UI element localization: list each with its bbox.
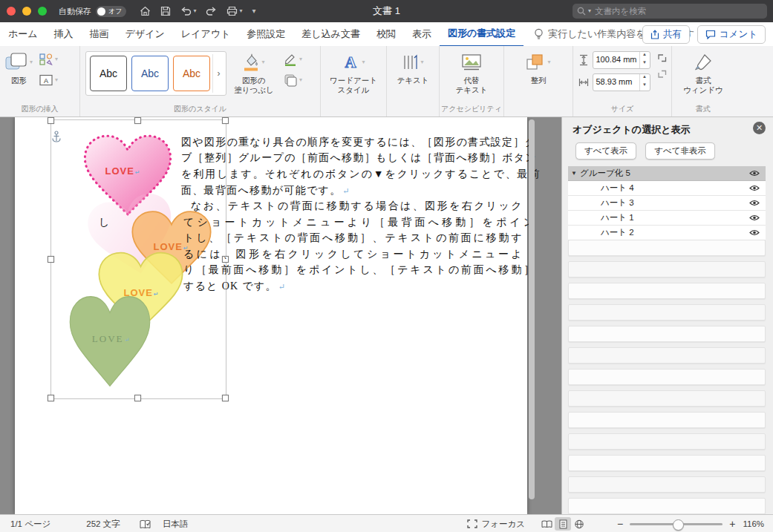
web-layout-button[interactable] <box>571 517 587 531</box>
shape-effects-button[interactable]: ▾ <box>281 72 304 88</box>
share-button[interactable]: 共有 <box>642 25 690 44</box>
zoom-out-button[interactable]: − <box>617 518 623 530</box>
tab-review[interactable]: 校閲 <box>368 23 404 46</box>
shape-width-input[interactable]: 58.93 mm ▲▼ <box>593 73 650 91</box>
tab-draw[interactable]: 描画 <box>82 23 117 46</box>
print-layout-button[interactable] <box>555 517 571 531</box>
empty-row <box>568 304 766 321</box>
read-mode-button[interactable] <box>538 517 555 531</box>
gallery-more-button[interactable]: › <box>212 54 224 93</box>
shape-outline-button[interactable]: ▾ <box>281 51 304 68</box>
object-row-group[interactable]: ▼ グループ化 5 <box>568 166 766 181</box>
tab-shape-format[interactable]: 図形の書式設定 <box>440 22 524 47</box>
toolbar-options-chevron[interactable]: ▾ <box>252 7 255 15</box>
ribbon: ▾ 図形 ▾ A ▾ 図形の挿入 <box>0 46 773 117</box>
empty-row <box>568 476 766 493</box>
shape-height-input[interactable]: 100.84 mm ▲▼ <box>593 51 650 69</box>
body-text-line: ブ［整列］グループの［前面へ移動］もしくは［背面へ移動］ボタン <box>181 151 537 165</box>
wordart-styles-button[interactable]: A ▾ ワードアートスタイル <box>330 51 377 95</box>
width-stepper[interactable]: ▲▼ <box>639 74 650 91</box>
zoom-in-button[interactable]: + <box>729 518 735 530</box>
crop-mark-icon[interactable] <box>658 53 667 62</box>
change-shape-button[interactable]: ▾ <box>37 51 60 68</box>
resize-handle-bottom-center[interactable] <box>134 395 141 401</box>
shape-style-option-3[interactable]: Abc <box>173 56 210 91</box>
comments-button[interactable]: コメント <box>697 25 766 44</box>
resize-handle-bottom-right[interactable] <box>222 395 229 401</box>
crop-mark-icon[interactable] <box>658 70 667 79</box>
resize-handle-top-center[interactable] <box>134 117 141 124</box>
zoom-slider[interactable] <box>630 523 723 525</box>
tab-insert[interactable]: 挿入 <box>46 23 82 46</box>
vertical-scrollbar[interactable] <box>529 119 535 499</box>
statusbar: 1/1 ページ 252 文字 日本語 フォーカス − + 116% <box>0 514 773 532</box>
visibility-eye-icon[interactable] <box>743 214 766 221</box>
resize-handle-middle-left[interactable] <box>48 256 54 263</box>
print-button[interactable]: ▾ <box>226 6 242 16</box>
visibility-eye-icon[interactable] <box>743 170 766 177</box>
language-status[interactable]: 日本語 <box>163 519 189 530</box>
autosave-toggle[interactable]: オフ <box>96 6 126 17</box>
close-window-button[interactable] <box>7 7 16 16</box>
empty-row <box>568 369 766 385</box>
tab-layout[interactable]: レイアウト <box>173 23 239 46</box>
home-icon[interactable] <box>140 6 151 16</box>
object-label: ハート 3 <box>580 197 743 208</box>
object-row[interactable]: ハート 2 <box>568 226 766 240</box>
hide-all-button[interactable]: すべて非表示 <box>645 142 715 160</box>
insert-shape-label: 図形 <box>11 76 27 85</box>
visibility-eye-icon[interactable] <box>743 229 766 236</box>
show-all-button[interactable]: すべて表示 <box>575 142 636 160</box>
tab-view[interactable]: 表示 <box>404 23 440 46</box>
word-count[interactable]: 252 文字 <box>86 519 120 530</box>
comments-label: コメント <box>720 28 757 41</box>
resize-handle-top-left[interactable] <box>48 117 54 124</box>
alt-text-button[interactable]: 代替テキスト <box>456 51 488 95</box>
text-box-button[interactable]: A ▾ <box>37 72 60 88</box>
search-input[interactable] <box>593 6 763 16</box>
tab-references[interactable]: 参照設定 <box>238 23 293 46</box>
document-page[interactable]: LOVE↵ LOVE↵ LOVE↵ LOVE↵ <box>15 117 527 514</box>
object-row[interactable]: ハート 4 <box>568 181 766 196</box>
resize-handle-top-right[interactable] <box>222 117 229 124</box>
chevron-down-icon: ▾ <box>55 77 58 83</box>
group-text: ▾ テキスト <box>387 46 440 116</box>
selection-pane-title: オブジェクトの選択と表示 <box>573 123 690 137</box>
page-count[interactable]: 1/1 ページ <box>10 519 50 530</box>
zoom-window-button[interactable] <box>38 7 47 16</box>
search-box[interactable]: ▾ <box>573 4 767 19</box>
zoom-percentage[interactable]: 116% <box>743 519 764 528</box>
object-row[interactable]: ハート 1 <box>568 211 766 226</box>
text-options-button[interactable]: ▾ テキスト <box>397 51 429 85</box>
visibility-eye-icon[interactable] <box>743 185 766 191</box>
group-insert-shapes: ▾ 図形 ▾ A ▾ 図形の挿入 <box>0 46 80 116</box>
insert-shape-button[interactable]: ▾ 図形 <box>5 51 33 85</box>
minimize-window-button[interactable] <box>22 7 31 16</box>
save-icon[interactable] <box>160 6 171 16</box>
tab-mailings[interactable]: 差し込み文書 <box>293 23 368 46</box>
search-scope-chevron[interactable]: ▾ <box>588 8 591 14</box>
visibility-eye-icon[interactable] <box>743 200 766 206</box>
shape-style-option-1[interactable]: Abc <box>90 56 127 91</box>
shape-style-option-2[interactable]: Abc <box>131 56 169 91</box>
height-stepper[interactable]: ▲▼ <box>639 52 650 68</box>
collapse-triangle-icon[interactable]: ▼ <box>568 170 580 177</box>
object-row[interactable]: ハート 3 <box>568 196 766 211</box>
tab-home[interactable]: ホーム <box>0 23 46 46</box>
shape-height-icon <box>578 54 589 66</box>
arrange-button[interactable]: ▾ 整列 <box>526 51 550 85</box>
focus-mode-button[interactable]: フォーカス <box>467 519 525 530</box>
undo-button[interactable]: ▾ <box>180 7 196 16</box>
empty-row <box>568 412 766 428</box>
proofing-status-icon[interactable] <box>140 519 151 529</box>
zoom-slider-thumb[interactable] <box>673 519 684 531</box>
empty-row <box>568 283 766 299</box>
close-icon[interactable]: ✕ <box>753 122 766 134</box>
shape-fill-button[interactable]: ▾ 図形の塗りつぶし <box>231 51 277 95</box>
group-label-accessibility: アクセシビリティ <box>440 104 503 116</box>
share-icon <box>650 30 659 39</box>
tab-design[interactable]: デザイン <box>117 23 173 46</box>
format-pane-button[interactable]: 書式ウィンドウ <box>683 51 723 95</box>
redo-button[interactable] <box>206 7 217 16</box>
resize-handle-bottom-left[interactable] <box>48 395 54 401</box>
